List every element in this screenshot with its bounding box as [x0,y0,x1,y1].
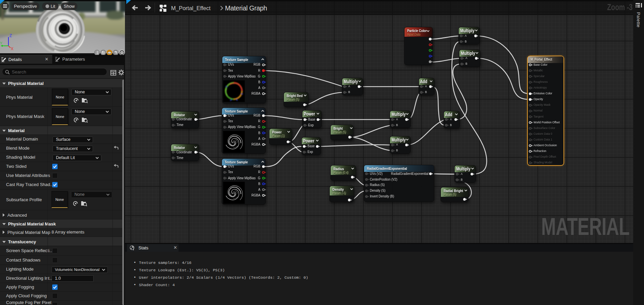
svg-text:X: X [11,47,13,51]
svg-text:Z: Z [9,33,12,38]
svg-text:i: i [133,248,134,251]
svg-text:Y: Y [0,41,3,45]
